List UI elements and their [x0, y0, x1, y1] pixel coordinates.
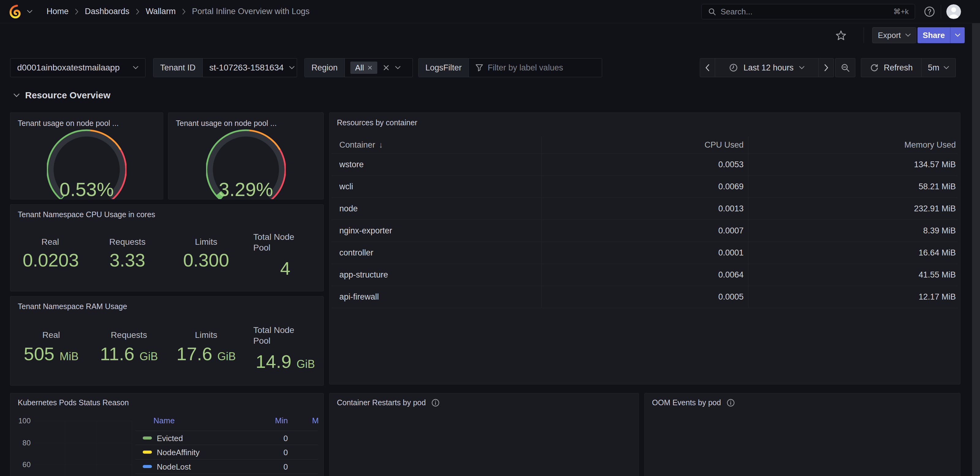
table-row: nginx-exporter 0.0007 8.39 MiB: [332, 220, 958, 242]
tenant-id-dropdown[interactable]: st-107263-1581634: [203, 59, 302, 77]
cell-cpu: 0.0064: [541, 270, 748, 280]
stat-cpu-total-node-pool: Total Node Pool 4: [249, 232, 321, 279]
cell-cpu: 0.0005: [541, 292, 748, 302]
stat-unit: MiB: [59, 350, 78, 363]
breadcrumb: Home Dashboards Wallarm Portal Inline Ov…: [46, 7, 310, 16]
org-menu[interactable]: [9, 5, 32, 19]
panel-header[interactable]: Tenant usage on node pool ...: [169, 113, 323, 128]
legend-header-max-clipped[interactable]: M: [312, 416, 319, 425]
cell-memory: 8.39 MiB: [748, 226, 958, 236]
cell-cpu: 0.0053: [541, 160, 748, 169]
cell-container: node: [332, 204, 541, 213]
legend-item-evicted[interactable]: Evicted: [157, 434, 183, 443]
gauge-chart: 0.53%: [10, 129, 163, 199]
breadcrumb-home[interactable]: Home: [46, 7, 68, 16]
panel-header[interactable]: Tenant usage on node pool ...: [10, 113, 163, 128]
stat-value: 0.0203: [23, 250, 78, 271]
time-shift-forward-button[interactable]: [818, 59, 834, 77]
close-icon[interactable]: [368, 65, 372, 70]
chevron-down-icon: [799, 66, 805, 70]
stat-ram-total-node-pool: Total Node Pool 14.9 GiB: [249, 325, 321, 374]
panel-title: Tenant usage on node pool ...: [18, 119, 119, 128]
star-icon: [835, 30, 847, 41]
section-resource-overview-toggle[interactable]: Resource Overview: [13, 90, 110, 100]
zoom-out-button-group: [835, 58, 855, 77]
export-label: Export: [878, 31, 901, 40]
stat-unit: GiB: [139, 350, 158, 363]
column-header-cpu-used[interactable]: CPU Used: [541, 140, 748, 150]
cell-container: api-firewall: [332, 292, 541, 302]
info-icon[interactable]: [726, 398, 735, 407]
panel-header[interactable]: Kubernetes Pods Status Reason: [10, 393, 323, 407]
chevron-down-icon: [395, 66, 401, 70]
refresh-controls: Refresh 5m: [861, 58, 956, 77]
gridline: [35, 443, 132, 443]
chevron-down-icon: [133, 66, 138, 70]
share-split-button: Share: [918, 27, 965, 43]
panel-header[interactable]: OOM Events by pod: [645, 393, 960, 407]
refresh-button[interactable]: Refresh: [861, 59, 921, 77]
legend-item-nodeaffinity[interactable]: NodeAffinity: [157, 448, 200, 457]
stat-value: 4: [249, 258, 321, 279]
panel-ram-usage: Tenant Namespace RAM Usage Real 505 MiB …: [10, 296, 324, 386]
chevron-down-icon: [27, 10, 32, 13]
time-zoom-out-button[interactable]: [835, 59, 855, 77]
region-dropdown[interactable]: All: [345, 59, 412, 77]
info-icon[interactable]: [431, 398, 440, 407]
legend-swatch: [143, 436, 152, 439]
user-avatar[interactable]: [946, 4, 961, 19]
gauge-chart: 3.29%: [169, 129, 323, 199]
global-search[interactable]: ⌘+k: [701, 4, 915, 19]
chevron-right-icon: [824, 64, 829, 72]
panel-title: OOM Events by pod: [652, 398, 721, 407]
legend-swatch: [143, 465, 152, 468]
time-shift-back-button[interactable]: [700, 59, 715, 77]
legend-header-name[interactable]: Name: [153, 416, 175, 425]
panel-header[interactable]: Tenant Namespace CPU Usage in cores: [10, 205, 323, 219]
logs-filter-input[interactable]: [488, 63, 596, 73]
logs-filter-input-wrap: [469, 59, 602, 77]
panel-title: Resources by container: [337, 118, 417, 127]
cell-memory: 16.64 MiB: [748, 248, 958, 258]
person-icon: [946, 4, 961, 19]
breadcrumb-dashboards[interactable]: Dashboards: [85, 7, 130, 16]
search-input[interactable]: [721, 7, 889, 16]
chevron-down-icon: [905, 33, 911, 37]
panel-header[interactable]: Resources by container: [329, 113, 960, 127]
legend-item-nodelost[interactable]: NodeLost: [157, 462, 191, 472]
legend-header-min[interactable]: Min: [275, 416, 288, 425]
favorite-button[interactable]: [834, 29, 848, 42]
variable-app-dropdown[interactable]: d0001ainboxatestmailaapp: [10, 58, 145, 77]
stat-label: Limits: [174, 330, 238, 340]
legend-swatch: [143, 451, 152, 454]
panel-header[interactable]: Tenant Namespace RAM Usage: [10, 296, 323, 311]
export-button[interactable]: Export: [872, 27, 916, 43]
panel-pods-status-reason: Kubernetes Pods Status Reason 100 80 60 …: [10, 393, 324, 476]
filter-funnel-icon: [475, 64, 484, 72]
help-button[interactable]: [923, 5, 936, 18]
stat-value: 3.33: [100, 250, 155, 271]
share-button[interactable]: Share: [918, 27, 950, 43]
y-axis-tick: 100: [16, 417, 30, 425]
breadcrumb-wallarm[interactable]: Wallarm: [146, 7, 176, 16]
column-header-container[interactable]: Container ↓: [332, 140, 541, 150]
table-row: node 0.0013 232.91 MiB: [332, 198, 958, 220]
panel-header[interactable]: Container Restarts by pod: [329, 393, 638, 407]
scrollbar-track[interactable]: [972, 23, 980, 476]
chevron-down-icon: [943, 66, 949, 70]
clear-all-icon[interactable]: [383, 64, 390, 71]
stat-label: Real: [19, 330, 83, 340]
table-row: app-structure 0.0064 41.55 MiB: [332, 264, 958, 286]
search-icon: [708, 7, 716, 16]
stat-ram-real: Real 505 MiB: [19, 330, 83, 367]
column-header-memory-used[interactable]: Memory Used: [748, 140, 958, 150]
region-chip-all[interactable]: All: [350, 62, 378, 74]
time-range-picker[interactable]: Last 12 hours: [715, 59, 818, 77]
stat-label: Total Node Pool: [249, 325, 307, 346]
refresh-interval-dropdown[interactable]: 5m: [921, 59, 956, 77]
share-menu-button[interactable]: [950, 27, 965, 43]
gauge-value: 0.53%: [59, 178, 114, 199]
legend-divider: [135, 431, 318, 431]
panel-gauge-node-pool-2: Tenant usage on node pool ... 3.29%: [168, 112, 324, 199]
cell-container: app-structure: [332, 270, 541, 280]
